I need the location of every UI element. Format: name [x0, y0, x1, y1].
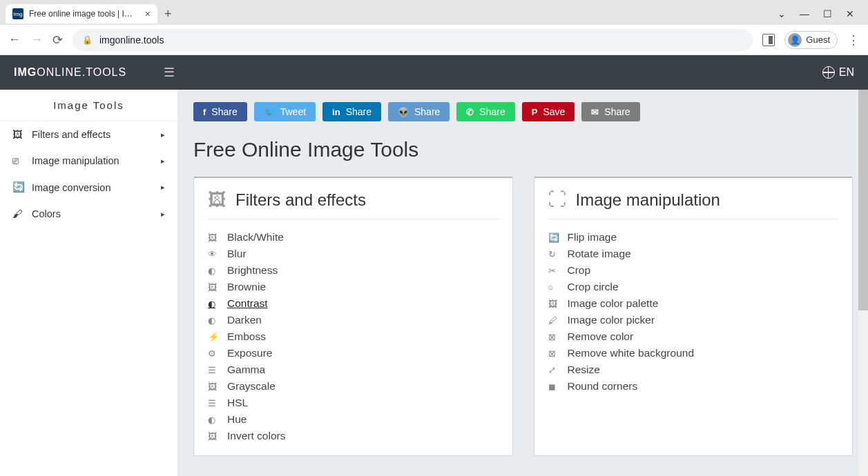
main-content: fShare 🐦Tweet inShare 👽Share ✆Share PSav…: [178, 90, 868, 476]
card-title: Filters and effects: [235, 190, 366, 210]
reddit-icon: 👽: [398, 107, 409, 117]
tool-icon: ☰: [208, 398, 220, 408]
share-facebook-button[interactable]: fShare: [193, 102, 247, 121]
chevron-down-icon[interactable]: ⌄: [778, 8, 786, 19]
tool-icon: ◐: [208, 299, 220, 309]
vector-icon: ⛶: [548, 189, 566, 210]
manip-list: 🔄Flip image↻Rotate image✂Crop○Crop circl…: [548, 229, 839, 395]
tool-label: Black/White: [227, 231, 284, 244]
tool-icon: ⚡: [208, 332, 220, 342]
tool-icon: ⚙: [208, 348, 220, 359]
chevron-right-icon: ▸: [161, 210, 165, 219]
tool-link[interactable]: 🖊Image color picker: [548, 312, 839, 328]
profile-button[interactable]: 👤 Guest: [784, 31, 838, 49]
reload-button[interactable]: ⟳: [52, 32, 63, 48]
guest-label: Guest: [806, 34, 830, 45]
tool-link[interactable]: ◼Round corners: [548, 378, 839, 395]
tool-label: Image color palette: [568, 297, 659, 310]
new-tab-button[interactable]: +: [164, 7, 172, 21]
share-linkedin-button[interactable]: inShare: [322, 102, 381, 121]
sidebar-item-conversion[interactable]: 🔄 Image conversion ▸: [0, 174, 177, 201]
tool-label: Resize: [568, 364, 600, 376]
tool-icon: 🖊: [548, 315, 561, 326]
tool-icon: ◐: [208, 315, 220, 326]
hamburger-icon[interactable]: ☰: [164, 65, 175, 80]
tool-link[interactable]: ↻Rotate image: [548, 246, 839, 262]
tool-link[interactable]: ◐Brightness: [208, 262, 499, 279]
avatar-icon: 👤: [788, 33, 802, 47]
tool-label: Grayscale: [227, 380, 276, 393]
share-pinterest-button[interactable]: PSave: [522, 102, 575, 121]
tool-link[interactable]: ⊠Remove white background: [548, 345, 839, 361]
tool-link[interactable]: 🖼Grayscale: [208, 378, 499, 395]
sidebar-item-colors[interactable]: 🖌 Colors ▸: [0, 201, 177, 227]
scrollbar-thumb[interactable]: [858, 90, 868, 310]
tool-link[interactable]: 🖼Brownie: [208, 279, 499, 295]
tool-link[interactable]: 👁Blur: [208, 246, 499, 262]
tool-label: Brightness: [227, 264, 278, 277]
card-title: Image manipulation: [576, 190, 720, 210]
favicon-icon: Img: [12, 8, 23, 19]
tool-link[interactable]: ☰HSL: [208, 395, 499, 411]
tool-link[interactable]: 🖼Image color palette: [548, 295, 839, 312]
whatsapp-icon: ✆: [466, 107, 474, 117]
maximize-button[interactable]: ☐: [823, 8, 832, 19]
forward-button: →: [30, 32, 43, 47]
url-input[interactable]: 🔒 imgonline.tools: [73, 29, 753, 51]
tool-label: Gamma: [227, 364, 265, 376]
tool-link[interactable]: 🖼Black/White: [208, 229, 499, 246]
tool-label: Exposure: [227, 347, 272, 359]
tool-link[interactable]: ☰Gamma: [208, 361, 499, 378]
site-logo[interactable]: IMGONLINE.TOOLS: [14, 66, 126, 79]
share-twitter-button[interactable]: 🐦Tweet: [254, 102, 316, 121]
site-header: IMGONLINE.TOOLS ☰ EN: [0, 55, 868, 90]
tool-link[interactable]: ◐Hue: [208, 411, 499, 428]
linkedin-icon: in: [332, 107, 340, 117]
tool-link[interactable]: ⚙Exposure: [208, 345, 499, 361]
tool-link[interactable]: ⊠Remove color: [548, 328, 839, 345]
tool-link[interactable]: ◐Contrast: [208, 295, 499, 312]
sidebar-item-filters[interactable]: 🖼 Filters and effects ▸: [0, 121, 177, 148]
minimize-button[interactable]: ―: [800, 8, 809, 19]
side-panel-icon[interactable]: [762, 34, 775, 46]
email-icon: ✉: [591, 107, 599, 117]
browser-tab[interactable]: Img Free online image tools | ImgOnl ×: [6, 4, 157, 23]
tool-icon: 🔄: [548, 232, 561, 243]
tool-label: Remove white background: [568, 347, 695, 359]
tool-label: Blur: [227, 248, 247, 260]
tool-link[interactable]: 🖼Invert colors: [208, 428, 499, 444]
share-reddit-button[interactable]: 👽Share: [388, 102, 450, 121]
tool-link[interactable]: ⚡Emboss: [208, 328, 499, 345]
twitter-icon: 🐦: [264, 107, 275, 117]
manipulation-card: ⛶ Image manipulation 🔄Flip image↻Rotate …: [534, 177, 853, 456]
tool-icon: ◐: [208, 266, 220, 276]
tool-label: Hue: [227, 413, 247, 426]
tool-label: Flip image: [568, 231, 617, 244]
sidebar-item-label: Image manipulation: [32, 155, 119, 166]
lock-icon: 🔒: [82, 35, 93, 45]
tool-label: Crop: [568, 264, 591, 277]
card-header: ⛶ Image manipulation: [548, 189, 839, 219]
sidebar-item-manipulation[interactable]: ⎚ Image manipulation ▸: [0, 148, 177, 174]
share-email-button[interactable]: ✉Share: [581, 102, 639, 121]
tab-bar: Img Free online image tools | ImgOnl × +…: [0, 0, 868, 25]
tool-link[interactable]: ⤢Resize: [548, 361, 839, 378]
close-window-button[interactable]: ✕: [846, 8, 854, 19]
tool-label: Remove color: [568, 330, 634, 343]
tool-label: Darken: [227, 314, 262, 326]
back-button[interactable]: ←: [8, 32, 21, 47]
tool-label: Contrast: [227, 297, 268, 310]
language-selector[interactable]: EN: [822, 66, 854, 79]
tool-link[interactable]: ✂Crop: [548, 262, 839, 279]
address-bar: ← → ⟳ 🔒 imgonline.tools 👤 Guest ⋮: [0, 25, 868, 55]
share-whatsapp-button[interactable]: ✆Share: [456, 102, 514, 121]
page-body: Image Tools 🖼 Filters and effects ▸ ⎚ Im…: [0, 90, 868, 476]
browser-menu-button[interactable]: ⋮: [847, 32, 860, 48]
close-tab-icon[interactable]: ×: [145, 8, 151, 19]
tool-link[interactable]: 🔄Flip image: [548, 229, 839, 246]
tool-icon: ⊠: [548, 332, 561, 342]
tool-link[interactable]: ○Crop circle: [548, 279, 839, 295]
tool-icon: 🖼: [208, 431, 220, 442]
tool-link[interactable]: ◐Darken: [208, 312, 499, 328]
tool-label: HSL: [227, 397, 248, 409]
